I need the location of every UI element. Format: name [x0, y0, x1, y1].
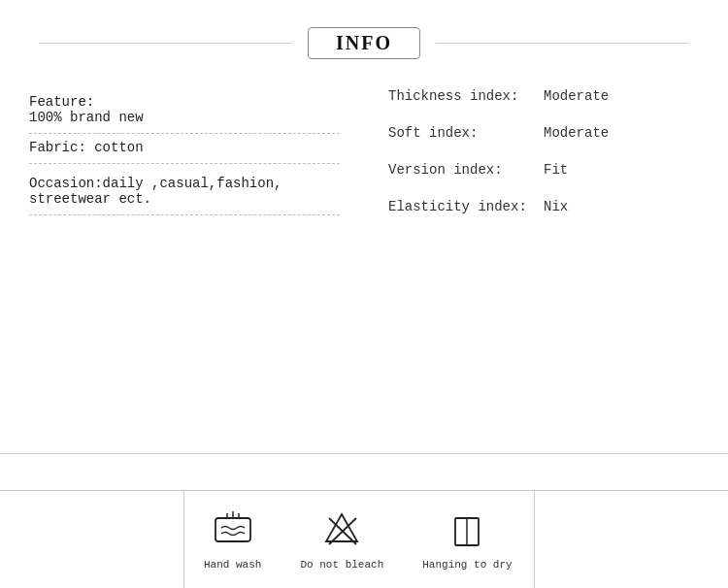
- feature-value: 100% brand new: [29, 110, 340, 134]
- page: INFO Feature: 100% brand new Fabric: cot…: [0, 0, 728, 588]
- hanging-to-dry-cell: Hanging to dry: [403, 491, 531, 588]
- hanging-to-dry-icon: [446, 508, 488, 551]
- info-content: Feature: 100% brand new Fabric: cotton O…: [0, 79, 728, 236]
- hand-wash-cell: Hand wash: [184, 491, 281, 588]
- do-not-bleach-label: Do not bleach: [300, 559, 383, 571]
- header-line-right: [436, 43, 689, 44]
- feature-label: Feature:: [29, 88, 340, 110]
- hanging-to-dry-label: Hanging to dry: [422, 559, 512, 571]
- do-not-bleach-icon: [320, 508, 363, 551]
- right-label-3: Elasticity index:: [388, 199, 534, 214]
- hand-wash-icon: [212, 508, 254, 551]
- header-line-left: [39, 43, 292, 44]
- right-label-2: Version index:: [388, 162, 534, 178]
- occasion-label: Occasion:daily ,casual,fashion,: [29, 170, 340, 191]
- info-title-box: INFO: [308, 27, 420, 59]
- info-right-column: Thickness index:ModerateSoft index:Moder…: [359, 88, 699, 236]
- right-label-0: Thickness index:: [388, 88, 534, 104]
- care-empty-right: [534, 491, 728, 588]
- right-value-2: Fit: [544, 162, 568, 178]
- care-section: Hand wash Do not bleach: [0, 453, 728, 588]
- care-icons-row: Hand wash Do not bleach: [0, 491, 728, 588]
- do-not-bleach-cell: Do not bleach: [281, 491, 403, 588]
- care-top-bar: [0, 454, 728, 491]
- occasion-value: streetwear ect.: [29, 191, 340, 215]
- care-empty-left: [0, 491, 184, 588]
- right-row-0: Thickness index:Moderate: [388, 88, 699, 104]
- right-row-3: Elasticity index:Nix: [388, 199, 699, 214]
- right-value-0: Moderate: [544, 88, 609, 104]
- fabric-label: Fabric: cotton: [29, 140, 340, 164]
- right-row-2: Version index:Fit: [388, 162, 699, 178]
- right-value-3: Nix: [544, 199, 568, 214]
- right-row-1: Soft index:Moderate: [388, 125, 699, 141]
- info-left-column: Feature: 100% brand new Fabric: cotton O…: [29, 88, 359, 236]
- info-header: INFO: [0, 0, 728, 79]
- care-icons-group: Hand wash Do not bleach: [184, 491, 534, 588]
- right-value-1: Moderate: [544, 125, 609, 141]
- hand-wash-label: Hand wash: [204, 559, 261, 571]
- right-label-1: Soft index:: [388, 125, 534, 141]
- info-title: INFO: [336, 32, 392, 53]
